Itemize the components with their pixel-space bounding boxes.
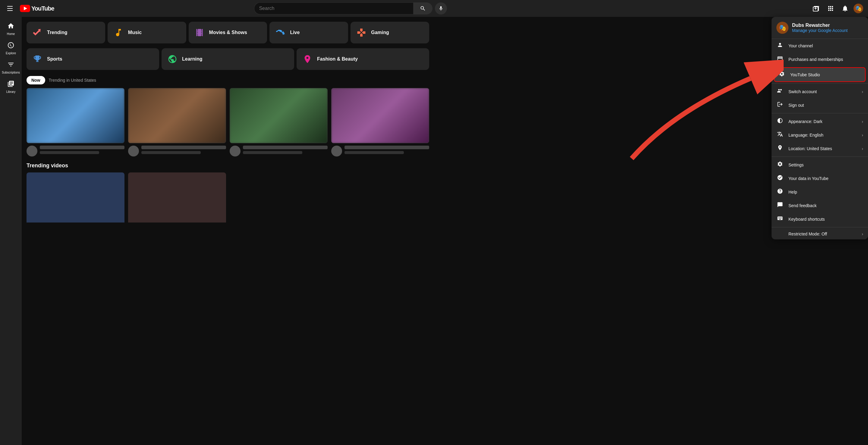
explore-fashion-label: Fashion & Beauty <box>317 56 358 62</box>
video-card-2[interactable] <box>128 88 226 156</box>
section-header: Now Trending in United States <box>27 76 429 84</box>
video-thumb-4 <box>331 88 429 143</box>
video-info-4 <box>331 146 429 156</box>
header-left: YouTube <box>5 4 71 13</box>
sidebar-item-subscriptions[interactable]: Subscriptions <box>0 58 22 77</box>
header: YouTube <box>0 0 434 17</box>
explore-card-trending[interactable]: Trending <box>27 22 105 43</box>
explore-card-live[interactable]: Live <box>270 22 348 43</box>
trending-section: Trending videos <box>27 162 429 222</box>
youtube-logo-text: YouTube <box>31 5 54 12</box>
trending-thumb-1 <box>27 173 124 222</box>
video-info-3 <box>230 146 328 156</box>
fashion-icon <box>301 53 313 65</box>
movies-icon <box>193 27 206 38</box>
section-context: Trending in United States <box>49 78 96 83</box>
live-icon <box>274 27 286 38</box>
hamburger-menu-button[interactable] <box>5 4 15 13</box>
video-card-3[interactable] <box>230 88 328 156</box>
sidebar-item-home[interactable]: Home <box>0 19 22 38</box>
video-meta-4 <box>344 146 429 156</box>
video-info-1 <box>27 146 124 156</box>
video-channel-1 <box>40 151 99 154</box>
explore-live-label: Live <box>290 30 300 35</box>
explore-card-learning[interactable]: Learning <box>161 48 294 70</box>
sidebar: Home Explore Subscriptions Library <box>0 17 22 222</box>
trending-card-2[interactable] <box>128 173 226 222</box>
search-button[interactable] <box>413 2 433 14</box>
video-meta-1 <box>40 146 124 156</box>
channel-avatar-3 <box>230 146 241 156</box>
sidebar-library-label: Library <box>6 90 16 93</box>
main-content: Trending Music Movies & Shows <box>22 17 434 222</box>
music-icon <box>113 27 124 38</box>
explore-gaming-label: Gaming <box>371 30 389 35</box>
search-bar <box>254 2 413 14</box>
library-icon <box>7 80 14 89</box>
sidebar-item-explore[interactable]: Explore <box>0 38 22 58</box>
explore-movies-label: Movies & Shows <box>209 30 247 35</box>
video-channel-2 <box>141 151 201 154</box>
video-channel-4 <box>344 151 404 154</box>
sidebar-home-label: Home <box>7 32 15 36</box>
trending-icon <box>31 27 43 38</box>
subscriptions-icon <box>7 61 14 70</box>
explore-grid-row1: Trending Music Movies & Shows <box>27 22 429 43</box>
explore-music-label: Music <box>128 30 142 35</box>
youtube-logo-icon <box>20 5 30 12</box>
video-meta-3 <box>243 146 328 156</box>
search-container <box>254 2 434 14</box>
home-icon <box>7 22 14 31</box>
video-title-1 <box>40 146 124 149</box>
learning-icon <box>166 53 179 65</box>
sidebar-item-library[interactable]: Library <box>0 77 22 96</box>
youtube-logo[interactable]: YouTube <box>20 5 54 12</box>
explore-grid-row2: Sports Learning Fashion & Beauty <box>27 48 429 70</box>
video-grid <box>27 88 429 156</box>
explore-card-movies[interactable]: Movies & Shows <box>189 22 267 43</box>
explore-learning-label: Learning <box>182 56 203 62</box>
gaming-icon <box>355 27 367 38</box>
sidebar-subscriptions-label: Subscriptions <box>2 71 20 74</box>
video-meta-2 <box>141 146 226 156</box>
channel-avatar-4 <box>331 146 342 156</box>
explore-card-music[interactable]: Music <box>107 22 186 43</box>
explore-card-fashion[interactable]: Fashion & Beauty <box>297 48 429 70</box>
now-tab[interactable]: Now <box>27 76 45 84</box>
video-thumb-2 <box>128 88 226 143</box>
search-input[interactable] <box>254 3 413 14</box>
video-title-3 <box>243 146 328 149</box>
channel-avatar-2 <box>128 146 139 156</box>
video-card-4[interactable] <box>331 88 429 156</box>
sports-icon <box>31 53 43 65</box>
video-title-4 <box>344 146 429 149</box>
video-info-2 <box>128 146 226 156</box>
explore-icon <box>7 41 14 50</box>
trending-thumb-2 <box>128 173 226 222</box>
explore-card-gaming[interactable]: Gaming <box>350 22 429 43</box>
search-icon <box>420 5 426 11</box>
video-channel-3 <box>243 151 302 154</box>
video-thumb-1 <box>27 88 124 143</box>
trending-section-title: Trending videos <box>27 162 429 169</box>
sidebar-explore-label: Explore <box>6 52 16 55</box>
video-card-1[interactable] <box>27 88 124 156</box>
trending-card-1[interactable] <box>27 173 124 222</box>
video-thumb-3 <box>230 88 328 143</box>
channel-avatar-1 <box>27 146 37 156</box>
explore-card-sports[interactable]: Sports <box>27 48 159 70</box>
video-title-2 <box>141 146 226 149</box>
explore-trending-label: Trending <box>47 30 67 35</box>
explore-sports-label: Sports <box>47 56 62 62</box>
trending-grid <box>27 173 429 222</box>
